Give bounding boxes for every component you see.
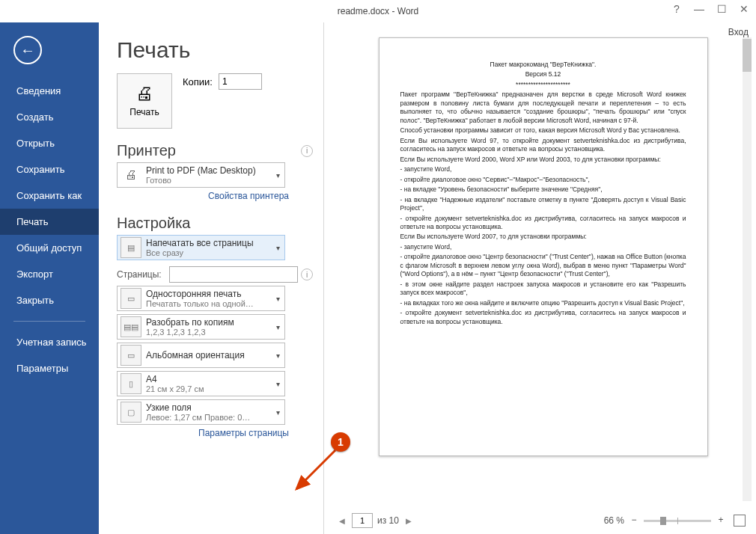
doc-line: - откройте диалоговое окно "Сервис"–"Мак…: [400, 176, 686, 184]
zoom-slider[interactable]: [644, 520, 711, 522]
fit-to-window-button[interactable]: [734, 515, 746, 527]
pages-icon: ▤: [121, 237, 141, 258]
page-setup-link[interactable]: Параметры страницы: [117, 428, 289, 438]
print-range-dropdown[interactable]: ▤ Напечатать все страницы Все сразу: [117, 235, 285, 260]
page-icon: ▭: [121, 288, 141, 309]
collate-l2: 1,2,3 1,2,3 1,2,3: [146, 328, 234, 337]
doc-line: Пакет макрокоманд "ВерТеКнижка".: [400, 61, 686, 69]
sidebar-item-new[interactable]: Создать: [0, 104, 99, 130]
doc-line: Если Вы используете Word 2007, то для ус…: [400, 233, 686, 241]
zoom-in-button[interactable]: +: [716, 515, 726, 526]
copies-label: Копии:: [183, 76, 213, 88]
print-button[interactable]: 🖨 Печать: [117, 73, 172, 129]
printer-dropdown[interactable]: 🖨 Print to PDF (Mac Desktop) Готово: [117, 162, 285, 188]
doc-line: - запустите Word,: [400, 243, 686, 251]
print-button-label: Печать: [129, 107, 159, 117]
margins-dropdown[interactable]: ▢ Узкие поля Левое: 1,27 см Правое: 0…: [117, 399, 285, 425]
paper-l2: 21 см x 29,7 см: [146, 384, 204, 393]
paper-size-dropdown[interactable]: ▯ A4 21 см x 29,7 см: [117, 371, 285, 396]
pages-input[interactable]: [169, 266, 298, 283]
collate-dropdown[interactable]: ▤▤ Разобрать по копиям 1,2,3 1,2,3 1,2,3: [117, 314, 285, 340]
doc-line: **********************: [400, 81, 686, 89]
zoom-out-button[interactable]: −: [629, 515, 639, 526]
annotation-callout-1: 1: [331, 432, 350, 452]
page-title: Печать: [117, 37, 316, 63]
backstage-sidebar: ← Сведения Создать Открыть Сохранить Сох…: [0, 22, 99, 534]
sidebar-item-save[interactable]: Сохранить: [0, 156, 99, 182]
a4-icon: ▯: [121, 373, 141, 394]
help-icon[interactable]: ?: [668, 1, 686, 16]
minimize-icon[interactable]: —: [690, 1, 708, 16]
printer-heading: Принтер: [117, 142, 176, 159]
close-icon[interactable]: ✕: [735, 1, 753, 16]
collate-icon: ▤▤: [121, 316, 141, 337]
margins-l1: Узкие поля: [146, 402, 250, 413]
preview-statusbar: ◀ из 10 ▶ 66 % − +: [337, 510, 746, 531]
preview-scrollbar[interactable]: [743, 37, 752, 501]
printer-status: Готово: [146, 176, 256, 185]
paper-l1: A4: [146, 374, 204, 384]
orientation-dropdown[interactable]: ▭ Альбомная ориентация: [117, 343, 285, 368]
one-sided-dropdown[interactable]: ▭ Односторонняя печать Печатать только н…: [117, 286, 285, 311]
doc-line: Способ установки программы зависит от то…: [400, 126, 686, 135]
doc-line: Версия 5.12: [400, 70, 686, 79]
preview-page: Пакет макрокоманд "ВерТеКнижка". Версия …: [379, 37, 708, 456]
printer-name: Print to PDF (Mac Desktop): [146, 165, 256, 176]
zoom-percent: 66 %: [604, 515, 624, 526]
copies-input[interactable]: [219, 73, 262, 90]
sidebar-item-saveas[interactable]: Сохранить как: [0, 182, 99, 209]
sidebar-item-export[interactable]: Экспорт: [0, 261, 99, 287]
doc-line: - на вкладке "Надежные издатели" поставь…: [400, 196, 686, 213]
sidebar-item-close[interactable]: Закрыть: [0, 287, 99, 313]
window-title: readme.docx - Word: [338, 6, 419, 16]
sidebar-item-print[interactable]: Печать: [0, 209, 99, 235]
sidebar-item-info[interactable]: Сведения: [0, 78, 99, 104]
doc-line: Если Вы используете Word 97, то откройте…: [400, 137, 686, 154]
printer-device-icon: 🖨: [121, 165, 141, 185]
doc-line: - на вкладках того же окна найдите и вкл…: [400, 299, 686, 307]
maximize-icon[interactable]: ☐: [713, 1, 731, 16]
info-icon[interactable]: i: [301, 268, 313, 280]
prev-page-button[interactable]: ◀: [337, 515, 347, 526]
landscape-icon: ▭: [121, 345, 141, 366]
print-range-l1: Напечатать все страницы: [146, 238, 254, 248]
sidebar-item-account[interactable]: Учетная запись: [0, 329, 99, 355]
page-total: из 10: [377, 515, 399, 526]
print-preview: Пакет макрокоманд "ВерТеКнижка". Версия …: [323, 22, 756, 534]
doc-line: - запустите Word,: [400, 165, 686, 174]
doc-line: - откройте диалоговое окно "Центр безопа…: [400, 253, 686, 278]
margins-icon: ▢: [121, 402, 141, 423]
pages-label: Страницы:: [117, 269, 169, 280]
sidebar-item-open[interactable]: Открыть: [0, 130, 99, 156]
doc-line: Если Вы используете Word 2000, Word XP и…: [400, 156, 686, 164]
one-sided-l2: Печатать только на одной…: [146, 299, 254, 308]
doc-line: - откройте документ setverteknishka.doc …: [400, 309, 686, 326]
current-page-input[interactable]: [352, 513, 373, 528]
print-range-l2: Все сразу: [146, 248, 254, 257]
doc-line: - откройте документ setverteknishka.doc …: [400, 215, 686, 232]
doc-line: - на вкладке "Уровень безопасности" выбе…: [400, 185, 686, 194]
margins-l2: Левое: 1,27 см Правое: 0…: [146, 413, 250, 422]
printer-icon: 🖨: [135, 85, 153, 102]
doc-line: - в этом окне найдите раздел настроек за…: [400, 280, 686, 298]
sidebar-item-options[interactable]: Параметры: [0, 355, 99, 381]
next-page-button[interactable]: ▶: [403, 515, 414, 526]
info-icon[interactable]: i: [301, 145, 313, 157]
orientation-l1: Альбомная ориентация: [146, 350, 245, 360]
one-sided-l1: Односторонняя печать: [146, 289, 254, 299]
print-panel: Печать 🖨 Печать Копии: Принтер i 🖨 Print…: [99, 22, 323, 534]
doc-line: Пакет программ "ВерТеКнижка" предназначе…: [400, 90, 686, 125]
sidebar-item-share[interactable]: Общий доступ: [0, 235, 99, 261]
printer-properties-link[interactable]: Свойства принтера: [117, 191, 289, 201]
settings-heading: Настройка: [117, 215, 190, 232]
collate-l1: Разобрать по копиям: [146, 317, 234, 328]
back-button[interactable]: ←: [13, 36, 42, 64]
